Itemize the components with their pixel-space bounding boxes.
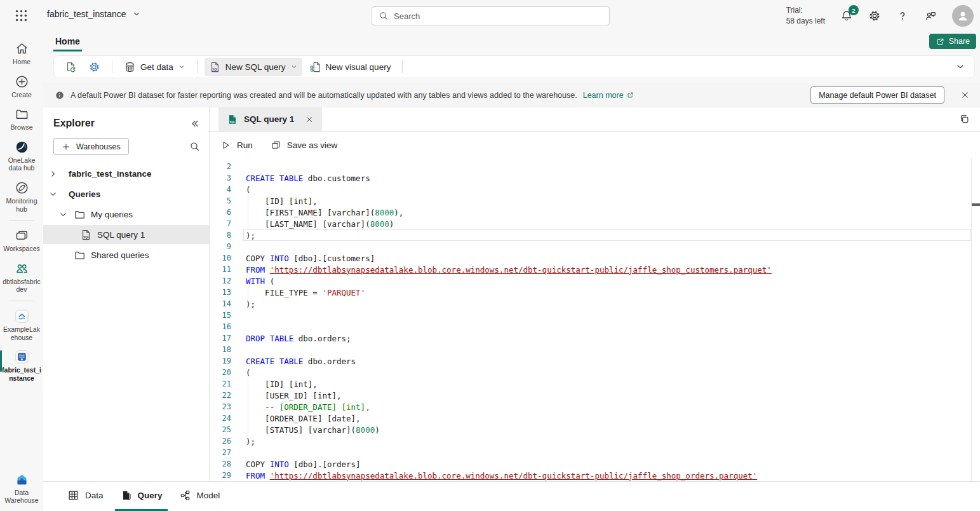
copy-icon[interactable]	[958, 113, 970, 125]
manage-dataset-button[interactable]: Manage default Power BI dataset	[810, 86, 944, 104]
code-line-8[interactable]: 8);	[210, 229, 980, 241]
tab-sql-query-1[interactable]: SQL SQL query 1	[218, 107, 322, 131]
nav-rail: HomeCreateBrowseOneLake data hubMonitori…	[0, 32, 43, 511]
svg-text:SQL: SQL	[230, 120, 236, 123]
bottom-tab-query[interactable]: Query	[115, 482, 168, 511]
code-line-9[interactable]: 9	[210, 241, 980, 252]
warehouse-badge-icon	[15, 350, 29, 364]
rail-item-browse[interactable]: Browse	[0, 102, 43, 135]
folder-icon	[74, 208, 86, 221]
global-search[interactable]	[372, 6, 610, 25]
learn-more-link[interactable]: Learn more	[583, 91, 634, 100]
bottom-tab-label: Data	[85, 491, 104, 500]
code-line-19[interactable]: 19CREATE TABLE dbo.orders	[210, 355, 980, 367]
feedback-button[interactable]	[924, 10, 937, 22]
code-text: [FIRST_NAME] [varchar](8000),	[246, 208, 403, 217]
chevron-down-icon[interactable]	[48, 189, 58, 199]
save-as-view-button[interactable]: Save as view	[271, 140, 338, 151]
sql-editor[interactable]: 23CREATE TABLE dbo.customers4(5 [ID] [in…	[210, 158, 980, 481]
tree-item-queries[interactable]: Queries	[43, 184, 209, 203]
rail-divider	[9, 220, 34, 221]
save-as-view-label: Save as view	[287, 140, 338, 150]
add-warehouses-button[interactable]: Warehouses	[53, 138, 129, 155]
code-line-3[interactable]: 3CREATE TABLE dbo.customers	[210, 172, 980, 184]
new-sql-query-button[interactable]: SQL New SQL query	[205, 58, 302, 76]
code-line-14[interactable]: 14);	[210, 298, 980, 310]
rail-item-fabric-test-instance[interactable]: fabric_test_instance	[0, 345, 43, 386]
tree-item-fabric-test-instance[interactable]: fabric_test_instance	[43, 164, 209, 183]
tree-item-shared-queries[interactable]: Shared queries	[43, 245, 209, 264]
new-visual-query-button[interactable]: New visual query	[305, 58, 396, 76]
rail-item-home[interactable]: Home	[0, 37, 43, 70]
dataset-info-banner: A default Power BI dataset for faster re…	[43, 83, 980, 107]
code-line-23[interactable]: 23 -- [ORDER_DATE] [int],	[210, 401, 980, 412]
code-line-2[interactable]: 2	[210, 161, 980, 172]
bottom-tab-data[interactable]: Data	[62, 482, 109, 511]
code-line-13[interactable]: 13 FILE_TYPE = 'PARQUET'	[210, 287, 980, 298]
help-button[interactable]	[896, 10, 909, 22]
tab-home[interactable]: Home	[53, 36, 82, 51]
main-area: Explorer Warehouses fabric_test_instance…	[43, 107, 980, 481]
settings-button[interactable]	[868, 10, 881, 22]
share-button[interactable]: Share	[929, 34, 976, 49]
line-number: 26	[210, 437, 231, 446]
stack-icon	[15, 228, 29, 243]
tree-item-sql-query-1[interactable]: SQLSQL query 1	[43, 225, 209, 244]
code-line-28[interactable]: 28COPY INTO [dbo].[orders]	[210, 458, 980, 470]
rail-item-examplelakehouse[interactable]: ExampleLakehouse	[0, 304, 43, 345]
info-icon	[55, 90, 65, 100]
line-number: 4	[210, 185, 231, 194]
code-line-25[interactable]: 25 [STATUS] [varchar](8000)	[210, 424, 980, 435]
line-number: 27	[210, 448, 231, 457]
code-line-15[interactable]: 15	[210, 310, 980, 321]
tree-item-my-queries[interactable]: My queries	[43, 205, 209, 224]
notifications-button[interactable]: 2	[840, 10, 853, 22]
code-line-26[interactable]: 26);	[210, 435, 980, 447]
external-link-icon	[626, 91, 634, 99]
code-line-12[interactable]: 12WITH (	[210, 275, 980, 287]
explorer-search-icon[interactable]	[189, 141, 200, 152]
code-line-24[interactable]: 24 [ORDER_DATE] [date],	[210, 412, 980, 424]
code-line-4[interactable]: 4(	[210, 184, 980, 195]
tab-close-icon[interactable]	[305, 115, 314, 124]
code-line-21[interactable]: 21 [ID] [int],	[210, 378, 980, 390]
code-text: [LAST_NAME] [varchar](8000)	[246, 219, 394, 229]
trial-label: Trial:	[786, 5, 825, 16]
workspace-switcher[interactable]: fabric_test_instance	[47, 9, 141, 19]
code-line-27[interactable]: 27	[210, 447, 980, 458]
collapse-panel-icon[interactable]	[189, 118, 200, 129]
rail-item-dbtlabsfabricdev[interactable]: dbtlabsfabricdev	[0, 257, 43, 297]
code-line-7[interactable]: 7 [LAST_NAME] [varchar](8000)	[210, 218, 980, 229]
rail-item-data-warehouse[interactable]: Data Warehouse	[0, 468, 43, 508]
code-text: COPY INTO [dbo].[customers]	[246, 254, 375, 263]
code-line-10[interactable]: 10COPY INTO [dbo].[customers]	[210, 252, 980, 264]
waffle-menu-icon[interactable]	[14, 8, 29, 23]
rail-item-onelake-data-hub[interactable]: OneLake data hub	[0, 135, 43, 176]
search-input[interactable]	[394, 11, 603, 21]
chevron-right-icon[interactable]	[48, 169, 58, 179]
code-line-18[interactable]: 18	[210, 344, 980, 355]
code-line-11[interactable]: 11FROM 'https://dbtlabsynapsedatalake.bl…	[210, 264, 980, 275]
get-data-button[interactable]: Get data	[119, 58, 190, 76]
new-report-button[interactable]	[60, 58, 81, 76]
rail-item-create[interactable]: Create	[0, 70, 43, 103]
bottom-tab-model[interactable]: Model	[174, 482, 225, 511]
editor-scrollbar-thumb[interactable]	[972, 203, 980, 206]
banner-close-icon[interactable]	[960, 90, 970, 100]
code-line-6[interactable]: 6 [FIRST_NAME] [varchar](8000),	[210, 207, 980, 218]
rail-item-workspaces[interactable]: Workspaces	[0, 224, 43, 257]
code-line-20[interactable]: 20(	[210, 367, 980, 378]
warehouse-settings-button[interactable]	[84, 58, 105, 76]
code-text: [USER_ID] [int],	[246, 391, 342, 400]
code-line-16[interactable]: 16	[210, 321, 980, 332]
chevron-down-icon[interactable]	[58, 210, 68, 219]
rail-item-label: ExampleLakehouse	[2, 325, 41, 341]
code-line-22[interactable]: 22 [USER_ID] [int],	[210, 390, 980, 401]
code-line-5[interactable]: 5 [ID] [int],	[210, 195, 980, 207]
code-line-17[interactable]: 17DROP TABLE dbo.orders;	[210, 332, 980, 344]
run-button[interactable]: Run	[220, 140, 253, 151]
rail-item-monitoring-hub[interactable]: Monitoring hub	[0, 176, 43, 217]
account-avatar[interactable]	[952, 5, 974, 27]
code-line-29[interactable]: 29FROM 'https://dbtlabsynapsedatalake.bl…	[210, 470, 980, 481]
ribbon-collapse-chevron-icon[interactable]	[955, 62, 965, 72]
